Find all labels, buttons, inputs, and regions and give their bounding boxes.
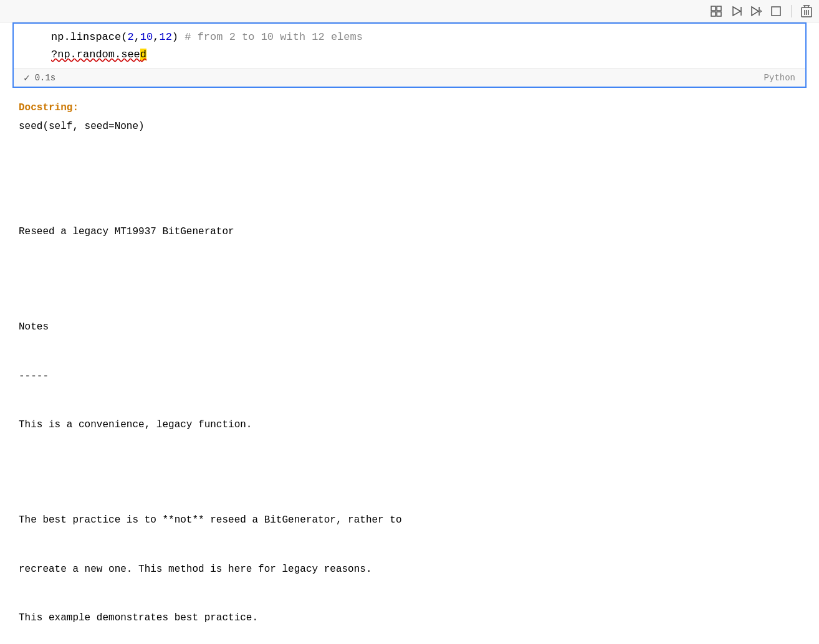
- docstring-line-example: This example demonstrates best practice.: [19, 610, 800, 627]
- code-line-2: ?np.random.seed: [51, 46, 795, 64]
- docstring-line-recreate: recreate a new one. This method is here …: [19, 561, 800, 578]
- docstring-line-best-practice: The best practice is to **not** reseed a…: [19, 512, 800, 529]
- cell-status-left: ✓ 0.1s: [24, 72, 55, 84]
- run-icon[interactable]: [729, 4, 744, 19]
- grid-icon[interactable]: [709, 4, 724, 19]
- docstring-line-convenience: This is a convenience, legacy function.: [19, 417, 800, 433]
- docstring-line-reseed: Reseed a legacy MT19937 BitGenerator: [19, 224, 800, 240]
- empty-line-1: [19, 176, 800, 191]
- cell-language: Python: [764, 73, 795, 83]
- svg-marker-9: [760, 9, 762, 13]
- cursor: d: [140, 49, 146, 60]
- svg-rect-10: [772, 7, 780, 16]
- docstring-body: Reseed a legacy MT19937 BitGenerator Not…: [19, 144, 800, 644]
- empty-line-3: [19, 465, 800, 480]
- docstring-signature: seed(self, seed=None): [19, 119, 800, 135]
- toolbar-separator: [791, 5, 792, 17]
- code-linspace-func: np.linspace(2,10,12) # from 2 to 10 with…: [51, 29, 363, 46]
- empty-line-2: [19, 272, 800, 287]
- stop-icon[interactable]: [769, 4, 783, 19]
- docstring-area: Docstring: seed(self, seed=None) Reseed …: [0, 88, 819, 644]
- cell-execution-time: 0.1s: [35, 73, 56, 83]
- docstring-line-dashes: -----: [19, 368, 800, 385]
- toolbar: [0, 0, 819, 22]
- svg-rect-2: [711, 12, 716, 16]
- cell-status-bar: ✓ 0.1s Python: [14, 69, 805, 87]
- code-random-seed: ?np.random.seed: [51, 46, 146, 64]
- code-line-1: np.linspace(2,10,12) # from 2 to 10 with…: [51, 29, 795, 46]
- notebook-container: np.linspace(2,10,12) # from 2 to 10 with…: [0, 0, 819, 644]
- svg-marker-4: [733, 7, 740, 16]
- docstring-line-notes: Notes: [19, 319, 800, 336]
- svg-rect-1: [717, 6, 721, 11]
- delete-icon[interactable]: [799, 4, 814, 19]
- run-next-icon[interactable]: [749, 4, 764, 19]
- svg-marker-6: [752, 7, 759, 16]
- toolbar-icons: [709, 4, 814, 19]
- docstring-label: Docstring:: [19, 100, 800, 116]
- code-cell-content: np.linspace(2,10,12) # from 2 to 10 with…: [14, 24, 805, 69]
- code-cell[interactable]: np.linspace(2,10,12) # from 2 to 10 with…: [12, 22, 807, 88]
- svg-rect-0: [711, 6, 716, 11]
- svg-rect-3: [717, 12, 721, 16]
- check-icon: ✓: [24, 72, 30, 84]
